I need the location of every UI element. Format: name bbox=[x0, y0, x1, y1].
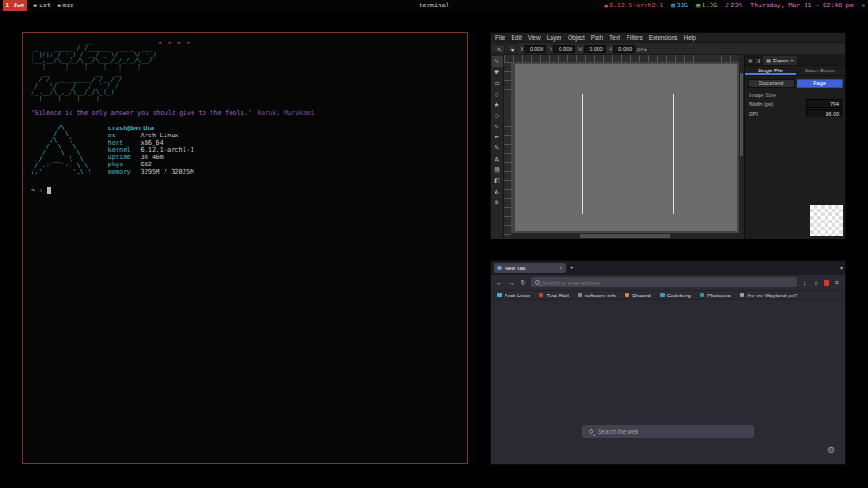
back-icon[interactable]: ← bbox=[495, 279, 504, 286]
image-size-label: Image Size bbox=[745, 90, 845, 99]
url-input[interactable] bbox=[542, 280, 792, 286]
drawn-line-1[interactable] bbox=[582, 94, 583, 214]
tab-close-icon[interactable]: × bbox=[559, 266, 562, 271]
h-input[interactable]: 0.000 bbox=[613, 45, 635, 53]
bookmark-photopea[interactable]: Photopea bbox=[700, 293, 731, 298]
system-fetch: /\ / \ /\ \ / \ \ / \ \ / __ \ \ / .-' '… bbox=[31, 125, 459, 175]
home-icon[interactable]: ⌂ bbox=[812, 279, 820, 286]
paintbucket-tool-icon[interactable]: ◭ bbox=[492, 186, 503, 197]
gradient-tool-icon[interactable]: ▤ bbox=[492, 164, 503, 175]
h-field: H 0.000 bbox=[609, 45, 635, 53]
box3d-tool-icon[interactable]: ◇ bbox=[492, 110, 503, 121]
disk-module: ▤ 31G bbox=[671, 2, 688, 9]
dock-layout-icon[interactable]: ◨ bbox=[756, 57, 761, 63]
workspace-mzz[interactable]: ▪ mzz bbox=[57, 2, 74, 9]
tab-new-tab[interactable]: New Tab × bbox=[494, 263, 566, 273]
vscroll-thumb[interactable] bbox=[740, 73, 743, 155]
close-icon[interactable]: × bbox=[790, 58, 794, 63]
star-tool-icon[interactable]: ★ bbox=[492, 99, 503, 110]
personalize-gear-icon[interactable]: ⚙ bbox=[827, 446, 835, 455]
shell-prompt[interactable]: ~ › bbox=[31, 186, 459, 194]
download-icon[interactable]: ↓ bbox=[800, 279, 808, 286]
tab-batch-export[interactable]: Batch Export bbox=[796, 66, 846, 75]
hscroll-thumb[interactable] bbox=[580, 234, 671, 238]
unit-label: px bbox=[637, 46, 643, 52]
dpi-input[interactable]: 96.00 bbox=[806, 109, 842, 117]
menu-filters[interactable]: Filters bbox=[627, 34, 643, 41]
x-field: X 0.000 bbox=[520, 45, 546, 53]
dropdown-caret-button[interactable]: ▾ bbox=[507, 44, 517, 53]
tray-icon[interactable]: ▫ bbox=[862, 2, 865, 9]
menu-extensions[interactable]: Extensions bbox=[649, 34, 678, 41]
bookmark-arch-linux[interactable]: Arch Linux bbox=[497, 293, 530, 298]
menu-path[interactable]: Path bbox=[591, 34, 603, 41]
width-input[interactable]: 794 bbox=[806, 99, 842, 108]
spiral-tool-icon[interactable]: ∿ bbox=[492, 121, 503, 132]
menu-file[interactable]: File bbox=[495, 34, 505, 41]
refresh-icon[interactable]: ↻ bbox=[519, 279, 527, 286]
fetch-value: 682 bbox=[140, 161, 152, 168]
caret-down-icon: ▾ bbox=[644, 46, 646, 52]
web-search-box[interactable]: Search the web bbox=[582, 425, 754, 438]
status-bar: 1 dwm ▪ ust ▪ mzz terminal ▲ 6.12.5-arch… bbox=[0, 0, 868, 11]
w-input[interactable]: 0.000 bbox=[584, 45, 606, 53]
pencil-tool-icon[interactable]: ✎ bbox=[492, 143, 503, 154]
node-tool-icon[interactable]: ✚ bbox=[492, 67, 503, 78]
menu-help[interactable]: Help bbox=[684, 34, 696, 41]
menu-view[interactable]: View bbox=[528, 34, 541, 41]
fetch-key: uptime bbox=[108, 154, 140, 161]
drawn-line-2[interactable] bbox=[673, 94, 674, 214]
bookmark-software-refs[interactable]: software refs bbox=[578, 293, 616, 298]
url-bar[interactable] bbox=[531, 277, 797, 287]
adblock-extension-icon[interactable] bbox=[824, 280, 829, 286]
ellipse-tool-icon[interactable]: ○ bbox=[492, 89, 503, 99]
bookmark-tuta-mail[interactable]: Tuta Mail bbox=[539, 293, 568, 298]
selection-mode-button[interactable]: ↖ bbox=[495, 44, 505, 53]
export-area-buttons: Document Page bbox=[745, 76, 845, 90]
terminal-window[interactable]: __ _ _____ / /______ __ _ ___ | |/|/ / -… bbox=[22, 32, 468, 464]
tab-favicon bbox=[497, 266, 502, 270]
connector-tool-icon[interactable]: ⊕ bbox=[492, 197, 503, 208]
menu-object[interactable]: Object bbox=[568, 34, 585, 41]
search-icon bbox=[589, 429, 593, 434]
page-area-button[interactable]: Page bbox=[797, 79, 844, 88]
rectangle-tool-icon[interactable]: ▭ bbox=[492, 78, 503, 89]
navigation-bar: ← → ↻ ↓ ⌂ ≡ bbox=[491, 275, 845, 290]
w-field: W 0.000 bbox=[578, 45, 606, 53]
tab-single-file[interactable]: Single File bbox=[745, 66, 796, 75]
new-tab-button[interactable]: + bbox=[570, 264, 574, 272]
workspace-ust[interactable]: ▪ ust bbox=[33, 2, 51, 9]
clock-text: Thursday, Mar 11 — 02:48 pm bbox=[750, 2, 854, 9]
document-area-button[interactable]: Document bbox=[748, 79, 795, 88]
canvas[interactable] bbox=[504, 55, 739, 239]
focused-window-title: terminal bbox=[419, 2, 449, 9]
fetch-row-host: host x86_64 bbox=[108, 139, 193, 146]
volume-icon: ♪ bbox=[725, 2, 729, 9]
menu-layer[interactable]: Layer bbox=[547, 34, 561, 41]
dock-pin-icon[interactable]: ▣ bbox=[748, 57, 753, 63]
export-tab[interactable]: ▤ Export × bbox=[763, 56, 797, 65]
menu-edit[interactable]: Edit bbox=[511, 34, 521, 41]
unit-selector[interactable]: px ▾ bbox=[637, 46, 646, 52]
document-page[interactable] bbox=[515, 64, 737, 231]
bookmark-are-we-wayland-yet[interactable]: Are we Wayland yet? bbox=[740, 293, 797, 298]
dpi-label: DPI bbox=[749, 111, 758, 117]
fetch-value: x86_64 bbox=[140, 139, 163, 146]
text-tool-icon[interactable]: A bbox=[492, 154, 503, 164]
fetch-value: 3h 46m bbox=[140, 154, 163, 161]
pen-tool-icon[interactable]: ✒ bbox=[492, 132, 503, 143]
dropper-tool-icon[interactable]: ◧ bbox=[492, 175, 503, 186]
selector-tool-icon[interactable]: ↖ bbox=[492, 56, 503, 67]
forward-icon[interactable]: → bbox=[507, 279, 515, 286]
workspace-tag-active[interactable]: 1 dwm bbox=[3, 0, 27, 11]
menu-text[interactable]: Text bbox=[609, 34, 620, 41]
bookmark-discord[interactable]: Discord bbox=[625, 293, 650, 298]
menu-icon[interactable]: ≡ bbox=[833, 279, 841, 286]
ascii-art-welcome-back: __ _ _____ / /______ __ _ ___ | |/|/ / -… bbox=[31, 39, 459, 102]
y-input[interactable]: 0.000 bbox=[553, 45, 575, 53]
list-tabs-icon[interactable]: ▾ bbox=[840, 265, 843, 271]
x-input[interactable]: 0.000 bbox=[524, 45, 546, 53]
bookmark-codeberg[interactable]: Codeberg bbox=[660, 293, 691, 298]
new-tab-page: Search the web ⚙ bbox=[491, 300, 845, 464]
horizontal-scrollbar[interactable] bbox=[511, 233, 739, 239]
